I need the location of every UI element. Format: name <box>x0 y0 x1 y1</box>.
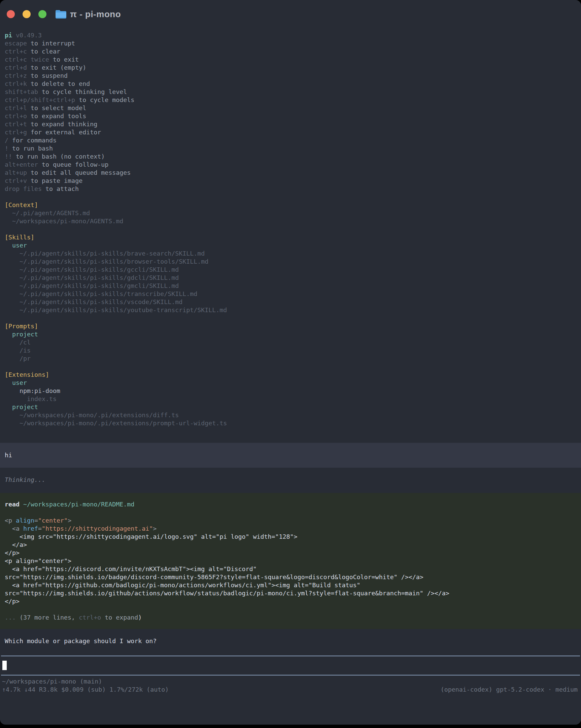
zoom-button[interactable] <box>38 10 47 18</box>
terminal-line: src="https://img.shields.io/github/actio… <box>5 589 576 597</box>
terminal-line: [Skills] <box>5 233 576 241</box>
terminal-line: [Prompts] <box>5 322 576 330</box>
status-token-stats: ↑4.7k ↓44 R3.8k $0.009 (sub) 1.7%/272k (… <box>2 685 169 694</box>
terminal-line: ctrl+o to expand tools <box>5 112 576 120</box>
terminal-line: /cl <box>5 338 576 346</box>
terminal-line: ctrl+d to exit (empty) <box>5 63 576 72</box>
terminal-line: ctrl+t to expand thinking <box>5 120 576 128</box>
status-row: ↑4.7k ↓44 R3.8k $0.009 (sub) 1.7%/272k (… <box>2 685 578 694</box>
terminal-line: [Context] <box>5 201 576 209</box>
terminal-line: ~/.pi/agent/skills/pi-skills/vscode/SKIL… <box>5 298 576 306</box>
terminal-line: /pr <box>5 355 576 363</box>
terminal-line: drop files to attach <box>5 185 576 193</box>
terminal-line <box>5 314 576 322</box>
terminal-line: user <box>5 241 576 250</box>
terminal-line: read ~/workspaces/pi-mono/README.md <box>5 500 576 509</box>
terminal-line: ctrl+z to suspend <box>5 72 576 80</box>
terminal-line: <a href="https://shittycodingagent.ai"> <box>5 525 576 533</box>
terminal-line: npm:pi-doom <box>5 387 576 395</box>
terminal-line: ctrl+l to select model <box>5 104 576 112</box>
terminal-line: ~/.pi/agent/skills/pi-skills/browser-too… <box>5 258 576 266</box>
terminal-line <box>5 509 576 517</box>
terminal-line: ~/.pi/agent/AGENTS.md <box>5 209 576 217</box>
terminal-line: ctrl+v to paste image <box>5 177 576 185</box>
terminal-line: </a> <box>5 541 576 549</box>
terminal-line: ctrl+k to delete to end <box>5 80 576 88</box>
terminal-line: ~/.pi/agent/skills/pi-skills/transcribe/… <box>5 290 576 298</box>
user-message-text: hi <box>5 451 12 459</box>
terminal-line: ! to run bash <box>5 145 576 153</box>
status-model: (openai-codex) gpt-5.2-codex · medium <box>441 685 578 694</box>
terminal-line <box>5 363 576 371</box>
terminal-line: escape to interrupt <box>5 40 576 48</box>
terminal-line: user <box>5 379 576 387</box>
terminal-line: ~/workspaces/pi-mono/.pi/extensions/prom… <box>5 419 576 427</box>
terminal-line: ... (37 more lines, ctrl+o to expand) <box>5 614 576 622</box>
status-cwd: ~/workspaces/pi-mono (main) <box>2 677 578 685</box>
terminal-line: <a href="https://github.com/badlogic/pi-… <box>5 581 576 589</box>
terminal-line <box>5 225 576 233</box>
terminal-line: ctrl+p/shift+ctrl+p to cycle models <box>5 96 576 104</box>
terminal-line: shift+tab to cycle thinking level <box>5 88 576 96</box>
terminal-window: π - pi-mono pi v0.49.3escape to interrup… <box>0 0 581 725</box>
window-title: π - pi-mono <box>70 10 121 18</box>
terminal-line <box>5 193 576 201</box>
user-message: hi <box>0 443 581 468</box>
tool-call-read-block: read ~/workspaces/pi-mono/README.md <p a… <box>0 493 581 629</box>
terminal-line: src="https://img.shields.io/badge/discor… <box>5 573 576 581</box>
close-button[interactable] <box>7 10 15 18</box>
terminal-line: project <box>5 330 576 338</box>
terminal-line: alt+enter to queue follow-up <box>5 161 576 169</box>
terminal-line: / for commands <box>5 136 576 145</box>
terminal-line: ctrl+g for external editor <box>5 128 576 136</box>
terminal-line: [Extensions] <box>5 371 576 379</box>
terminal-line: alt+up to edit all queued messages <box>5 169 576 177</box>
intro-help-block: pi v0.49.3escape to interruptctrl+c to c… <box>0 28 581 427</box>
terminal-line: <p align="center"> <box>5 557 576 565</box>
terminal-line: index.ts <box>5 395 576 403</box>
terminal-line: ~/.pi/agent/skills/pi-skills/brave-searc… <box>5 250 576 258</box>
terminal-line: ~/workspaces/pi-mono/AGENTS.md <box>5 217 576 225</box>
terminal-line: ~/.pi/agent/skills/pi-skills/gccli/SKILL… <box>5 266 576 274</box>
terminal-line: ctrl+c to clear <box>5 48 576 56</box>
terminal-line: </p> <box>5 597 576 605</box>
terminal-line: pi v0.49.3 <box>5 31 576 40</box>
terminal-line: ~/workspaces/pi-mono/.pi/extensions/diff… <box>5 411 576 419</box>
terminal-line: project <box>5 403 576 411</box>
traffic-lights <box>7 10 47 18</box>
terminal-line: ~/.pi/agent/skills/pi-skills/youtube-tra… <box>5 306 576 314</box>
terminal-line: /is <box>5 346 576 355</box>
folder-icon <box>55 9 67 19</box>
terminal-line: <p align="center"> <box>5 517 576 525</box>
terminal-line: <img src="https://shittycodingagent.ai/l… <box>5 533 576 541</box>
terminal-line: ~/.pi/agent/skills/pi-skills/gdcli/SKILL… <box>5 274 576 282</box>
assistant-question: Which module or package should I work on… <box>0 637 581 645</box>
terminal-line: !! to run bash (no context) <box>5 153 576 161</box>
terminal-line: <a href="https://discord.com/invite/nKXT… <box>5 565 576 573</box>
terminal-line: ctrl+c twice to exit <box>5 56 576 63</box>
text-cursor <box>2 661 7 670</box>
terminal-line: ~/.pi/agent/skills/pi-skills/gmcli/SKILL… <box>5 282 576 290</box>
terminal-line <box>5 605 576 614</box>
prompt-input[interactable] <box>1 656 580 675</box>
status-bar: ~/workspaces/pi-mono (main) ↑4.7k ↓44 R3… <box>0 675 581 694</box>
thinking-indicator: Thinking... <box>0 476 581 484</box>
minimize-button[interactable] <box>23 10 31 18</box>
terminal-line: </p> <box>5 549 576 557</box>
titlebar: π - pi-mono <box>0 0 581 28</box>
